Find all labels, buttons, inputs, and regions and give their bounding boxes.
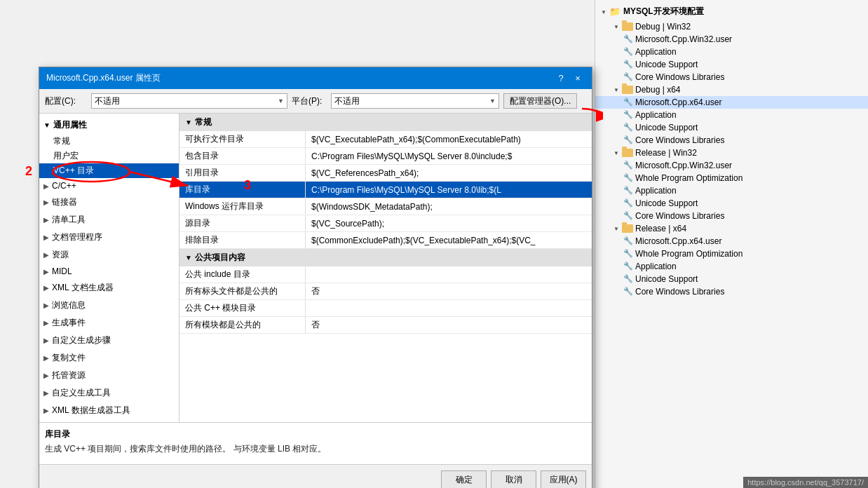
prop-winlib-dir[interactable]: Windows 运行库目录 $(WindowsSDK_MetadataPath)… [179,198,592,215]
wrench-icon: 🔧 [623,198,633,208]
left-item-xml-data[interactable]: ▶ XML 数据生成器工具 [39,402,179,419]
tree-item-application-3[interactable]: 🔧 Application [595,184,868,197]
dialog-title: Microsoft.Cpp.x64.user 属性页 [46,72,161,84]
platform-value: 不适用 [334,95,360,107]
left-item-custom-build[interactable]: ▶ 自定义生成步骤 [39,332,179,349]
help-button[interactable]: ? [554,73,568,84]
tree-item-wpo-1[interactable]: 🔧 Whole Program Optimization [595,172,868,184]
group-release-x64[interactable]: Release | x64 [595,222,868,235]
prop-all-headers-public[interactable]: 所有标头文件都是公共的 否 [179,283,592,300]
prop-src-dir[interactable]: 源目录 $(VC_SourcePath); [179,215,592,232]
section-header-public: ▼ 公共项目内容 [179,249,592,266]
left-item-custom-tool[interactable]: ▶ 自定义生成工具 [39,384,179,402]
left-item-yonghu[interactable]: 用户宏 [39,149,179,163]
prop-public-include[interactable]: 公共 include 目录 [179,266,592,283]
group-arrow [612,149,621,157]
item-label: Microsoft.Cpp.x64.user [635,236,721,246]
left-item-xml-doc[interactable]: ▶ XML 文档生成器 [39,279,179,297]
tree-item-unicode-1[interactable]: 🔧 Unicode Support [595,58,868,71]
left-item-vcpp-dir[interactable]: VC++ 目录 [39,163,179,178]
bottom-desc: 生成 VC++ 项目期间，搜索库文件时使用的路径。 与环境变量 LIB 相对应。 [45,443,586,455]
cancel-button[interactable]: 取消 [491,470,536,488]
apply-button[interactable]: 应用(A) [541,470,586,488]
wrench-icon: 🔧 [623,60,633,69]
left-item-browse[interactable]: ▶ 浏览信息 [39,297,179,314]
bottom-title: 库目录 [45,428,586,440]
left-item-docmgr[interactable]: ▶ 文档管理程序 [39,229,179,246]
tree-item-unicode-4[interactable]: 🔧 Unicode Support [595,273,868,285]
tree-item-application-2[interactable]: 🔧 Application [595,109,868,121]
wrench-icon: 🔧 [623,110,633,120]
group-release-win32[interactable]: Release | Win32 [595,147,868,159]
prop-name: 引用目录 [179,165,306,181]
item-label: Microsoft.Cpp.Win32.user [635,34,732,44]
tree-item-core-win-2[interactable]: 🔧 Core Windows Libraries [595,134,868,147]
prop-lib-dir[interactable]: 库目录 C:\Program Files\MySQL\MySQL Server … [179,182,592,198]
right-panel: ▼ 常规 可执行文件目录 $(VC_ExecutablePath_x64);$(… [179,114,592,422]
tree-item-core-win-4[interactable]: 🔧 Core Windows Libraries [595,285,868,298]
wrench-icon: 🔧 [623,262,633,271]
left-item-copy[interactable]: ▶ 复制文件 [39,349,179,367]
group-label: 清单工具 [52,214,86,226]
tree-item-wpo-2[interactable]: 🔧 Whole Program Optimization [595,248,868,260]
solution-root[interactable]: 📁 MYSQL开发环境配置 [595,3,868,20]
wrench-icon: 🔧 [623,236,633,246]
prop-public-cpp-modules[interactable]: 公共 C++ 模块目录 [179,300,592,317]
prop-exclude-dir[interactable]: 排除目录 $(CommonExcludePath);$(VC_Executabl… [179,232,592,249]
dialog-controls: ? × [554,73,585,84]
section-label: 常规 [195,116,212,128]
prop-name: 所有标头文件都是公共的 [179,283,306,299]
solution-icon: 📁 [609,6,621,17]
wrench-icon: 🔧 [623,173,633,183]
left-item-linker[interactable]: ▶ 链接器 [39,194,179,211]
wrench-icon: 🔧 [623,249,633,259]
group-label: Debug | x64 [635,85,681,95]
group-label: 自定义生成步骤 [52,334,111,346]
group-debug-x64[interactable]: Debug | x64 [595,83,868,96]
bottom-panel: 库目录 生成 VC++ 项目期间，搜索库文件时使用的路径。 与环境变量 LIB … [39,422,592,464]
group-label: 自定义生成工具 [52,387,111,399]
prop-value [306,266,592,283]
left-item-manifest[interactable]: ▶ 清单工具 [39,211,179,229]
tree-item-cpp-win32-user[interactable]: 🔧 Microsoft.Cpp.Win32.user [595,33,868,46]
prop-name: 排除目录 [179,232,306,248]
tree-item-core-win-1[interactable]: 🔧 Core Windows Libraries [595,71,868,83]
wrench-icon: 🔧 [623,161,633,170]
prop-include-dir[interactable]: 包含目录 C:\Program Files\MySQL\MySQL Server… [179,148,592,165]
config-manager-button[interactable]: 配置管理器(O)... [503,93,577,109]
prop-value: $(VC_ExecutablePath_x64);$(CommonExecuta… [306,131,592,147]
platform-dropdown[interactable]: 不适用 ▼ [331,93,499,109]
tree-item-cpp-x64-user[interactable]: 🔧 Microsoft.Cpp.x64.user [595,96,868,109]
prop-executable-dir[interactable]: 可执行文件目录 $(VC_ExecutablePath_x64);$(Commo… [179,131,592,148]
tree-item-unicode-3[interactable]: 🔧 Unicode Support [595,197,868,210]
group-label: C/C++ [52,181,76,191]
left-item-changgui[interactable]: 常规 [39,134,179,149]
left-item-build-events[interactable]: ▶ 生成事件 [39,314,179,332]
close-button[interactable]: × [571,73,585,84]
folder-icon [622,149,633,157]
left-item-code-analysis[interactable]: ▶ 代码分析 [39,419,179,422]
tree-item-cpp-x64-user-2[interactable]: 🔧 Microsoft.Cpp.x64.user [595,235,868,248]
tree-item-unicode-2[interactable]: 🔧 Unicode Support [595,121,868,134]
item-label: Core Windows Libraries [635,135,724,145]
prop-ref-dir[interactable]: 引用目录 $(VC_ReferencesPath_x64); [179,165,592,182]
left-item-cpp[interactable]: ▶ C/C++ [39,178,179,194]
group-debug-win32[interactable]: Debug | Win32 [595,20,868,33]
tree-item-core-win-3[interactable]: 🔧 Core Windows Libraries [595,210,868,222]
left-item-midl[interactable]: ▶ MIDL [39,264,179,279]
left-root-general[interactable]: ▼ 通用属性 [39,116,179,134]
ok-button[interactable]: 确定 [441,470,487,488]
section-header-general: ▼ 常规 [179,114,592,131]
prop-name: 包含目录 [179,148,306,164]
left-item-resource[interactable]: ▶ 资源 [39,246,179,264]
dropdown-arrow: ▼ [278,97,284,104]
item-label: Unicode Support [635,198,698,208]
tree-item-application-1[interactable]: 🔧 Application [595,46,868,58]
tree-item-application-4[interactable]: 🔧 Application [595,260,868,273]
config-dropdown[interactable]: 不适用 ▼ [91,93,287,109]
prop-all-modules-public[interactable]: 所有模块都是公共的 否 [179,317,592,334]
left-item-managed[interactable]: ▶ 托管资源 [39,367,179,384]
group-label: 复制文件 [52,352,86,364]
tree-item-cpp-win32-user-2[interactable]: 🔧 Microsoft.Cpp.Win32.user [595,159,868,172]
config-row: 配置(C): 不适用 ▼ 平台(P): 不适用 ▼ 配置管理器(O)... [39,89,592,114]
